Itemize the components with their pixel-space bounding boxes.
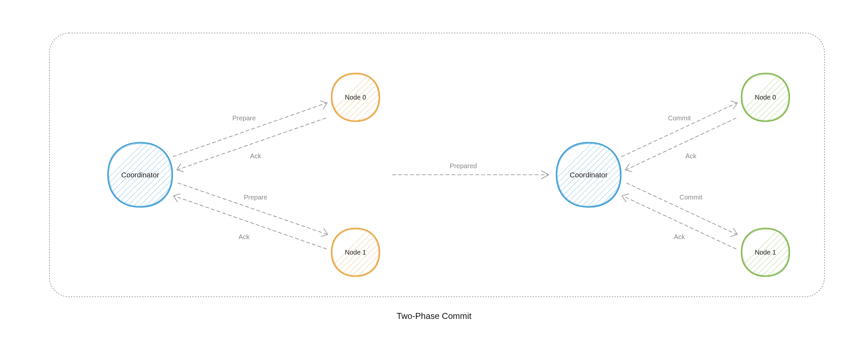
svg-line-17: [115, 157, 200, 243]
svg-line-14: [111, 149, 196, 235]
phase1-ack-label-n0: Ack: [250, 152, 261, 160]
phase1-node-1: Node 1: [322, 213, 397, 300]
phase1-node-0-label: Node 0: [345, 94, 366, 101]
phase1-arrow-ack-n0: Ack: [177, 118, 326, 172]
phase1-node-1-label: Node 1: [345, 249, 366, 256]
phase2-node-1: Node 1: [733, 213, 807, 300]
phase2-node-0-label: Node 0: [755, 94, 776, 101]
svg-line-13: [109, 145, 194, 231]
svg-line-66: [627, 118, 736, 170]
svg-line-67: [627, 183, 736, 234]
svg-line-29: [324, 217, 387, 280]
diagram-title: Two-Phase Commit: [397, 311, 472, 321]
phase1-coordinator-label: Coordinator: [121, 171, 159, 179]
svg-line-32: [334, 237, 397, 300]
svg-line-45: [557, 145, 643, 231]
phase2-coordinator: Coordinator: [539, 110, 649, 243]
svg-line-55: [742, 78, 805, 141]
phase2-commit-label-n0: Commit: [668, 115, 691, 122]
svg-line-23: [333, 78, 395, 141]
svg-line-21: [331, 74, 393, 136]
svg-line-28: [331, 229, 393, 291]
svg-line-64: [744, 237, 807, 300]
svg-line-47: [541, 114, 627, 199]
svg-line-36: [175, 196, 327, 249]
diagram-frame: [50, 33, 825, 297]
svg-line-22: [324, 62, 387, 125]
svg-line-34: [178, 118, 326, 170]
phase1-ack-label-n1: Ack: [239, 233, 250, 240]
svg-line-53: [740, 74, 803, 136]
svg-line-60: [740, 229, 803, 291]
svg-line-16: [113, 153, 198, 239]
phase1-arrow-prepare-n0: Prepare: [173, 101, 327, 157]
svg-line-49: [563, 157, 649, 243]
phase1-arrow-prepare-n1: Prepare: [178, 183, 328, 237]
svg-line-46: [559, 149, 645, 235]
svg-line-15: [93, 114, 179, 199]
phase2-node-0: Node 0: [733, 58, 807, 145]
svg-line-54: [735, 62, 797, 125]
phase2-node-1-label: Node 1: [755, 249, 776, 256]
phase2-coordinator-label: Coordinator: [570, 171, 608, 179]
svg-line-57: [744, 82, 807, 145]
phase2-commit-label-n1: Commit: [680, 193, 703, 201]
phase1-prepare-label-n0: Prepare: [232, 115, 256, 122]
phase1-prepare-label-n1: Prepare: [244, 193, 267, 201]
two-phase-commit-diagram: Coordinator Node 0: [0, 0, 868, 339]
svg-line-62: [742, 233, 805, 296]
phase2-ack-label-n0: Ack: [685, 152, 696, 160]
svg-line-35: [178, 183, 327, 234]
transition-arrow: Prepared: [393, 162, 549, 179]
phase1-arrow-ack-n1: Ack: [174, 194, 327, 249]
svg-line-25: [334, 82, 397, 145]
transition-label: Prepared: [450, 162, 477, 170]
svg-line-65: [622, 103, 736, 157]
phase2-arrow-ack-n1: Ack: [622, 194, 736, 249]
phase1-coordinator: Coordinator: [91, 110, 200, 243]
svg-line-68: [623, 196, 736, 249]
phase2-ack-label-n1: Ack: [674, 233, 685, 240]
svg-line-30: [333, 233, 395, 296]
phase2-arrow-commit-n1: Commit: [627, 183, 737, 237]
phase2-arrow-ack-n0: Ack: [625, 118, 736, 172]
phase2-arrow-commit-n0: Commit: [622, 101, 737, 157]
phase1-node-0: Node 0: [322, 58, 397, 145]
svg-line-33: [173, 103, 326, 157]
svg-line-61: [735, 217, 797, 280]
